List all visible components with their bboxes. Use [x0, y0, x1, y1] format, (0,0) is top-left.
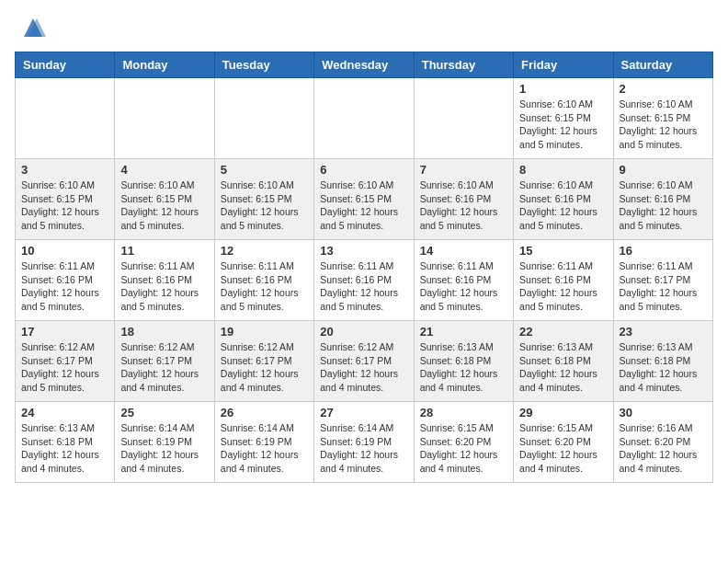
day-number: 13 — [320, 244, 407, 258]
day-number: 25 — [120, 406, 208, 419]
day-info: Sunrise: 6:10 AM Sunset: 6:15 PM Dayligh… — [519, 98, 607, 152]
day-cell-27: 27Sunrise: 6:14 AM Sunset: 6:19 PM Dayli… — [314, 402, 414, 483]
empty-cell — [115, 78, 214, 159]
day-info: Sunrise: 6:11 AM Sunset: 6:16 PM Dayligh… — [120, 259, 208, 314]
day-cell-29: 29Sunrise: 6:15 AM Sunset: 6:20 PM Dayli… — [514, 402, 613, 483]
day-number: 9 — [620, 163, 707, 177]
empty-cell — [414, 78, 513, 159]
day-number: 20 — [320, 325, 407, 339]
day-cell-23: 23Sunrise: 6:13 AM Sunset: 6:18 PM Dayli… — [613, 321, 712, 402]
day-info: Sunrise: 6:13 AM Sunset: 6:18 PM Dayligh… — [21, 421, 108, 476]
day-number: 23 — [620, 325, 707, 339]
day-info: Sunrise: 6:13 AM Sunset: 6:18 PM Dayligh… — [519, 340, 607, 395]
day-info: Sunrise: 6:11 AM Sunset: 6:16 PM Dayligh… — [221, 259, 308, 314]
day-cell-30: 30Sunrise: 6:16 AM Sunset: 6:20 PM Dayli… — [613, 402, 712, 483]
day-cell-15: 15Sunrise: 6:11 AM Sunset: 6:16 PM Dayli… — [514, 240, 613, 321]
week-row-3: 10Sunrise: 6:11 AM Sunset: 6:16 PM Dayli… — [16, 240, 713, 321]
day-cell-28: 28Sunrise: 6:15 AM Sunset: 6:20 PM Dayli… — [414, 402, 513, 483]
day-info: Sunrise: 6:10 AM Sunset: 6:15 PM Dayligh… — [21, 178, 108, 233]
week-row-5: 24Sunrise: 6:13 AM Sunset: 6:18 PM Dayli… — [16, 402, 713, 483]
day-cell-13: 13Sunrise: 6:11 AM Sunset: 6:16 PM Dayli… — [314, 240, 414, 321]
day-cell-4: 4Sunrise: 6:10 AM Sunset: 6:15 PM Daylig… — [115, 159, 214, 240]
day-number: 28 — [420, 406, 507, 419]
column-header-wednesday: Wednesday — [314, 52, 414, 78]
calendar-table: SundayMondayTuesdayWednesdayThursdayFrid… — [15, 52, 713, 483]
column-header-saturday: Saturday — [613, 52, 712, 78]
day-number: 3 — [21, 163, 108, 177]
day-cell-25: 25Sunrise: 6:14 AM Sunset: 6:19 PM Dayli… — [115, 402, 214, 483]
day-info: Sunrise: 6:10 AM Sunset: 6:15 PM Dayligh… — [320, 178, 407, 233]
week-row-2: 3Sunrise: 6:10 AM Sunset: 6:15 PM Daylig… — [16, 159, 713, 240]
day-cell-12: 12Sunrise: 6:11 AM Sunset: 6:16 PM Dayli… — [214, 240, 313, 321]
day-number: 12 — [221, 244, 308, 258]
day-cell-26: 26Sunrise: 6:14 AM Sunset: 6:19 PM Dayli… — [214, 402, 313, 483]
day-info: Sunrise: 6:10 AM Sunset: 6:16 PM Dayligh… — [420, 178, 507, 233]
day-info: Sunrise: 6:13 AM Sunset: 6:18 PM Dayligh… — [420, 340, 507, 395]
day-info: Sunrise: 6:11 AM Sunset: 6:16 PM Dayligh… — [21, 259, 108, 314]
day-cell-3: 3Sunrise: 6:10 AM Sunset: 6:15 PM Daylig… — [16, 159, 115, 240]
day-cell-9: 9Sunrise: 6:10 AM Sunset: 6:16 PM Daylig… — [613, 159, 712, 240]
day-info: Sunrise: 6:14 AM Sunset: 6:19 PM Dayligh… — [221, 421, 308, 476]
empty-cell — [314, 78, 414, 159]
day-cell-24: 24Sunrise: 6:13 AM Sunset: 6:18 PM Dayli… — [16, 402, 115, 483]
empty-cell — [214, 78, 313, 159]
day-info: Sunrise: 6:11 AM Sunset: 6:16 PM Dayligh… — [420, 259, 507, 314]
day-cell-8: 8Sunrise: 6:10 AM Sunset: 6:16 PM Daylig… — [514, 159, 613, 240]
day-number: 6 — [320, 163, 407, 177]
day-cell-11: 11Sunrise: 6:11 AM Sunset: 6:16 PM Dayli… — [115, 240, 214, 321]
day-info: Sunrise: 6:12 AM Sunset: 6:17 PM Dayligh… — [221, 340, 308, 395]
column-header-friday: Friday — [514, 52, 613, 78]
empty-cell — [16, 78, 115, 159]
day-number: 16 — [620, 244, 707, 258]
day-number: 18 — [120, 325, 208, 339]
day-info: Sunrise: 6:12 AM Sunset: 6:17 PM Dayligh… — [21, 340, 108, 395]
day-number: 27 — [320, 406, 407, 419]
day-info: Sunrise: 6:15 AM Sunset: 6:20 PM Dayligh… — [519, 421, 607, 476]
day-info: Sunrise: 6:10 AM Sunset: 6:15 PM Dayligh… — [620, 98, 707, 152]
day-info: Sunrise: 6:10 AM Sunset: 6:15 PM Dayligh… — [221, 178, 308, 233]
day-cell-10: 10Sunrise: 6:11 AM Sunset: 6:16 PM Dayli… — [16, 240, 115, 321]
day-number: 4 — [120, 163, 208, 177]
day-info: Sunrise: 6:14 AM Sunset: 6:19 PM Dayligh… — [120, 421, 208, 476]
week-row-1: 1Sunrise: 6:10 AM Sunset: 6:15 PM Daylig… — [16, 78, 713, 159]
day-number: 11 — [120, 244, 208, 258]
day-number: 29 — [519, 406, 607, 419]
day-number: 8 — [519, 163, 607, 177]
day-info: Sunrise: 6:10 AM Sunset: 6:15 PM Dayligh… — [120, 178, 208, 233]
day-cell-19: 19Sunrise: 6:12 AM Sunset: 6:17 PM Dayli… — [214, 321, 313, 402]
day-number: 14 — [420, 244, 507, 258]
day-info: Sunrise: 6:10 AM Sunset: 6:16 PM Dayligh… — [620, 178, 707, 233]
page-header — [15, 15, 713, 40]
day-number: 15 — [519, 244, 607, 258]
day-number: 5 — [221, 163, 308, 177]
day-cell-22: 22Sunrise: 6:13 AM Sunset: 6:18 PM Dayli… — [514, 321, 613, 402]
day-number: 17 — [21, 325, 108, 339]
day-info: Sunrise: 6:11 AM Sunset: 6:16 PM Dayligh… — [519, 259, 607, 314]
day-info: Sunrise: 6:12 AM Sunset: 6:17 PM Dayligh… — [320, 340, 407, 395]
week-row-4: 17Sunrise: 6:12 AM Sunset: 6:17 PM Dayli… — [16, 321, 713, 402]
logo — [15, 15, 46, 40]
day-number: 19 — [221, 325, 308, 339]
day-info: Sunrise: 6:16 AM Sunset: 6:20 PM Dayligh… — [620, 421, 707, 476]
day-cell-7: 7Sunrise: 6:10 AM Sunset: 6:16 PM Daylig… — [414, 159, 513, 240]
logo-icon — [20, 15, 46, 40]
column-header-monday: Monday — [115, 52, 214, 78]
column-header-sunday: Sunday — [16, 52, 115, 78]
day-cell-1: 1Sunrise: 6:10 AM Sunset: 6:15 PM Daylig… — [514, 78, 613, 159]
day-info: Sunrise: 6:10 AM Sunset: 6:16 PM Dayligh… — [519, 178, 607, 233]
day-number: 1 — [519, 82, 607, 96]
day-info: Sunrise: 6:11 AM Sunset: 6:17 PM Dayligh… — [620, 259, 707, 314]
day-number: 26 — [221, 406, 308, 419]
day-number: 22 — [519, 325, 607, 339]
day-number: 30 — [620, 406, 707, 419]
day-cell-20: 20Sunrise: 6:12 AM Sunset: 6:17 PM Dayli… — [314, 321, 414, 402]
day-info: Sunrise: 6:12 AM Sunset: 6:17 PM Dayligh… — [120, 340, 208, 395]
day-cell-17: 17Sunrise: 6:12 AM Sunset: 6:17 PM Dayli… — [16, 321, 115, 402]
day-number: 10 — [21, 244, 108, 258]
day-cell-18: 18Sunrise: 6:12 AM Sunset: 6:17 PM Dayli… — [115, 321, 214, 402]
day-info: Sunrise: 6:15 AM Sunset: 6:20 PM Dayligh… — [420, 421, 507, 476]
day-cell-21: 21Sunrise: 6:13 AM Sunset: 6:18 PM Dayli… — [414, 321, 513, 402]
day-cell-5: 5Sunrise: 6:10 AM Sunset: 6:15 PM Daylig… — [214, 159, 313, 240]
day-info: Sunrise: 6:14 AM Sunset: 6:19 PM Dayligh… — [320, 421, 407, 476]
day-info: Sunrise: 6:13 AM Sunset: 6:18 PM Dayligh… — [620, 340, 707, 395]
